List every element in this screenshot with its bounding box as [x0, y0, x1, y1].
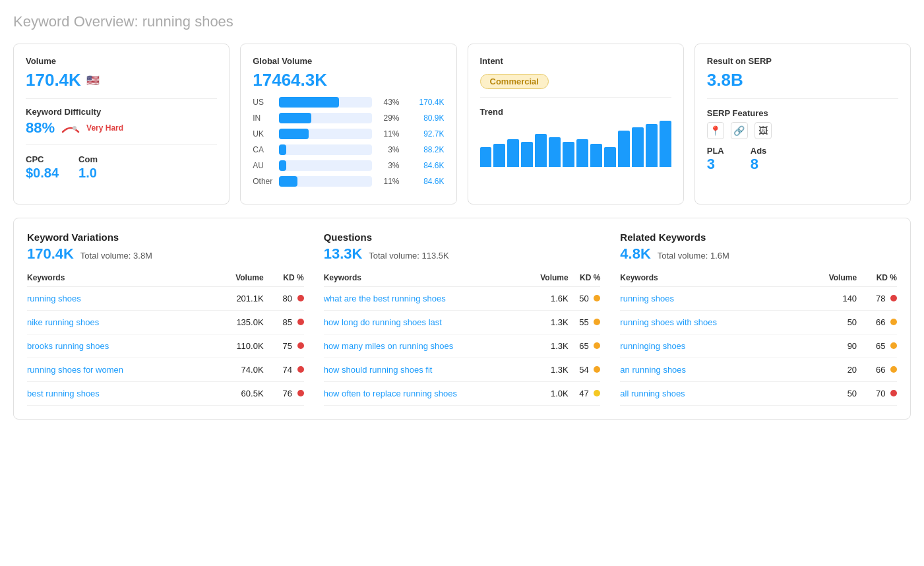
keyword-link[interactable]: best running shoes: [27, 389, 100, 398]
bar-country: US: [253, 98, 274, 107]
bar-link[interactable]: 170.4K: [405, 98, 445, 107]
volume-cell: 1.0K: [526, 382, 568, 406]
keyword-link[interactable]: brooks running shoes: [27, 341, 109, 351]
keyword-link[interactable]: how many miles on running shoes: [324, 341, 454, 351]
bar-pct: 29%: [377, 113, 400, 123]
keyword-link[interactable]: how long do running shoes last: [324, 317, 442, 327]
kd-cell: 54: [569, 358, 601, 382]
keyword-link[interactable]: runninging shoes: [620, 341, 685, 351]
related-keywords-section: Related Keywords 4.8K Total volume: 1.6M…: [620, 232, 897, 406]
intent-label: Intent: [480, 56, 671, 66]
bar-row: IN 29% 80.9K: [253, 113, 444, 123]
trend-bar: [535, 134, 547, 167]
bar-link[interactable]: 92.7K: [405, 129, 445, 139]
global-volume-card: Global Volume 17464.3K US 43% 170.4K IN …: [240, 44, 456, 204]
kd-arc-icon: [61, 123, 80, 133]
page-title: Keyword Overview: running shoes: [13, 13, 911, 30]
cpc-item: CPC $0.84: [26, 154, 59, 181]
keyword-link[interactable]: nike running shoes: [27, 317, 99, 327]
intent-card: Intent Commercial Trend: [468, 44, 684, 204]
kd-cell: 65: [857, 334, 897, 358]
link-icon: 🔗: [731, 122, 748, 139]
svg-point-0: [73, 126, 77, 130]
trend-bar: [646, 124, 658, 167]
kd-cell: 78: [857, 287, 897, 311]
bar-link[interactable]: 84.6K: [405, 161, 445, 170]
rk-col-keywords: Keywords: [620, 269, 803, 287]
serp-card: Result on SERP 3.8B SERP Features 📍 🔗 🖼 …: [694, 44, 911, 204]
volume-cell: 140: [804, 287, 857, 311]
cpc-value: $0.84: [26, 166, 59, 181]
volume-value: 170.4K: [26, 70, 81, 90]
bar-link[interactable]: 84.6K: [405, 177, 445, 186]
bar-fill: [279, 129, 309, 139]
table-row: how often to replace running shoes 1.0K …: [324, 382, 601, 406]
trend-bar: [590, 144, 602, 167]
table-row: running shoes for women 74.0K 74: [27, 358, 304, 382]
bar-fill: [279, 144, 286, 155]
kv-col-keywords: Keywords: [27, 269, 210, 287]
kd-cell: 70: [857, 382, 897, 406]
kd-dot-icon: [594, 319, 600, 325]
trend-bar: [549, 137, 561, 167]
trend-bar: [604, 147, 616, 167]
rk-count: 4.8K: [620, 245, 650, 262]
bar-fill: [279, 97, 339, 108]
com-item: Com 1.0: [78, 154, 98, 181]
bar-country: UK: [253, 129, 274, 139]
kd-dot-icon: [297, 366, 304, 373]
keyword-link[interactable]: running shoes: [620, 294, 674, 303]
keyword-link[interactable]: running shoes with shoes: [620, 317, 717, 327]
kd-dot-icon: [594, 366, 600, 373]
q-total: Total volume: 113.5K: [369, 251, 448, 261]
kd-cell: 66: [857, 358, 897, 382]
trend-bar: [576, 139, 588, 167]
keyword-link[interactable]: how should running shoes fit: [324, 365, 433, 375]
q-count: 13.3K: [324, 245, 363, 262]
volume-cell: 110.0K: [210, 334, 264, 358]
kd-dot-icon: [890, 390, 897, 396]
kd-cell: 76: [264, 382, 304, 406]
table-row: all running shoes 50 70: [620, 382, 897, 406]
kv-total: Total volume: 3.8M: [80, 251, 152, 261]
bar-country: AU: [253, 161, 274, 170]
keyword-link[interactable]: all running shoes: [620, 389, 685, 398]
table-row: how should running shoes fit 1.3K 54: [324, 358, 601, 382]
trend-bar: [660, 121, 671, 167]
trend-bar: [507, 139, 519, 167]
bar-pct: 43%: [377, 98, 400, 107]
volume-cell: 20: [804, 358, 857, 382]
keyword-link[interactable]: what are the best running shoes: [324, 294, 446, 303]
keyword-link[interactable]: running shoes: [27, 294, 81, 303]
kd-dot-icon: [890, 342, 897, 349]
bar-pct: 11%: [377, 177, 400, 186]
kd-dot-icon: [297, 390, 304, 396]
bar-country: CA: [253, 145, 274, 154]
global-volume-value: 17464.3K: [253, 70, 444, 90]
trend-bar: [521, 142, 533, 167]
volume-cell: 1.3K: [526, 311, 568, 334]
kd-dot-icon: [890, 319, 897, 325]
volume-cell: 90: [804, 334, 857, 358]
keyword-link[interactable]: how often to replace running shoes: [324, 389, 457, 398]
bar-track: [279, 97, 371, 108]
kd-dot-icon: [594, 295, 600, 301]
volume-cell: 201.1K: [210, 287, 264, 311]
keyword-link[interactable]: running shoes for women: [27, 365, 123, 375]
volume-cell: 50: [804, 382, 857, 406]
bar-fill: [279, 113, 311, 123]
keyword-link[interactable]: an running shoes: [620, 365, 686, 375]
q-table: Keywords Volume KD % what are the best r…: [324, 269, 601, 406]
table-row: what are the best running shoes 1.6K 50: [324, 287, 601, 311]
com-label: Com: [78, 154, 98, 164]
volume-cell: 1.3K: [526, 358, 568, 382]
bar-link[interactable]: 80.9K: [405, 113, 445, 123]
bar-link[interactable]: 88.2K: [405, 145, 445, 154]
bar-track: [279, 129, 371, 139]
kd-cell: 50: [569, 287, 601, 311]
trend-bar: [618, 131, 630, 167]
volume-cell: 60.5K: [210, 382, 264, 406]
image-icon: 🖼: [755, 122, 772, 139]
kd-dot-icon: [594, 390, 600, 396]
bar-pct: 11%: [377, 129, 400, 139]
